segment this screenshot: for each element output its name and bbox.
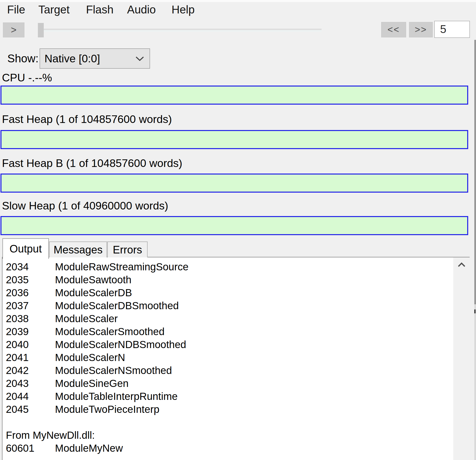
play-icon: > <box>11 24 16 35</box>
menu-item[interactable]: Audio <box>127 3 156 16</box>
log-line: 2045 ModuleTwoPieceInterp <box>6 403 453 416</box>
step-forward-button[interactable]: >> <box>409 22 433 37</box>
log-line-text: ModuleScalerNSmoothed <box>55 364 172 377</box>
meter-bar <box>0 130 468 149</box>
log-line: 2041 ModuleScalerN <box>6 351 453 364</box>
double-chevron-left-icon: << <box>388 24 400 35</box>
log-line: From MyNewDll.dll: <box>6 429 453 442</box>
chevron-up-icon <box>458 262 465 268</box>
tab[interactable]: Errors <box>107 241 148 257</box>
menu-bar: File Target Flash Audio Help <box>0 3 476 16</box>
meter-label: Slow Heap (1 of 40960000 words) <box>2 199 168 212</box>
log-line <box>6 416 453 429</box>
log-line-id: 2043 <box>6 377 55 390</box>
log-line-text: ModuleSineGen <box>55 377 129 390</box>
show-selected-value: Native [0:0] <box>44 52 100 65</box>
log-line-id: 2042 <box>6 364 55 377</box>
log-line-text: ModuleSawtooth <box>55 273 131 286</box>
position-slider-track[interactable] <box>41 29 322 32</box>
log-line-text: ModuleScalerDB <box>55 286 132 299</box>
log-line-text: ModuleTwoPieceInterp <box>55 403 159 416</box>
log-line-id: 2045 <box>6 403 55 416</box>
log-line-text: ModuleScaler <box>55 312 118 325</box>
meter-label: Fast Heap B (1 of 104857600 words) <box>2 157 182 170</box>
log-line-id: From MyNewDll.dll: <box>6 429 55 442</box>
meter-label: Fast Heap (1 of 104857600 words) <box>2 113 172 126</box>
log-line-text: ModuleRawStreamingSource <box>55 260 188 273</box>
log-line: 2044 ModuleTableInterpRuntime <box>6 390 453 403</box>
tab[interactable]: Messages <box>49 241 107 257</box>
log-line-id: 60601 <box>6 442 55 455</box>
log-line: 2034 ModuleRawStreamingSource <box>6 260 453 273</box>
log-line: 2038 ModuleScaler <box>6 312 453 325</box>
log-line-id: 2035 <box>6 273 55 286</box>
log-line-text: ModuleScalerSmoothed <box>55 325 164 338</box>
log-line-id: 2037 <box>6 299 55 312</box>
step-count-input[interactable] <box>434 21 470 38</box>
log-line-id: 2036 <box>6 286 55 299</box>
log-line-text: ModuleScalerDBSmoothed <box>55 299 179 312</box>
window-scrollbar[interactable] <box>474 40 476 460</box>
meter-bar <box>0 216 468 235</box>
position-slider-thumb[interactable] <box>38 23 44 37</box>
double-chevron-right-icon: >> <box>415 24 427 35</box>
scroll-up-button[interactable] <box>453 258 470 273</box>
chevron-down-icon <box>135 56 144 62</box>
window-scrollbar-thumb[interactable] <box>474 40 476 304</box>
output-scrollbar[interactable] <box>453 257 470 460</box>
log-line-id: 2039 <box>6 325 55 338</box>
output-panel: 2034 ModuleRawStreamingSource 2035 Modul… <box>2 257 470 460</box>
log-line: 2040 ModuleScalerNDBSmoothed <box>6 338 453 351</box>
show-select[interactable]: Native [0:0] <box>40 48 150 69</box>
log-line-id: 2034 <box>6 260 55 273</box>
log-line: 2043 ModuleSineGen <box>6 377 453 390</box>
log-line: 2042 ModuleScalerNSmoothed <box>6 364 453 377</box>
log-line: 2039 ModuleScalerSmoothed <box>6 325 453 338</box>
log-line-text: ModuleScalerN <box>55 351 125 364</box>
step-back-button[interactable]: << <box>381 22 406 37</box>
tab[interactable]: Output <box>2 238 49 259</box>
log-line-id: 2040 <box>6 338 55 351</box>
log-line-id <box>6 416 55 429</box>
run-button[interactable]: > <box>3 22 24 37</box>
menu-item[interactable]: Help <box>172 3 195 16</box>
log-line-text: ModuleTableInterpRuntime <box>55 390 178 403</box>
show-label: Show: <box>7 52 39 65</box>
log-line-id: 2044 <box>6 390 55 403</box>
menu-item[interactable]: File <box>7 3 25 16</box>
log-line-id: 2041 <box>6 351 55 364</box>
window-scrollbar-mark <box>474 309 476 313</box>
menu-item[interactable]: Flash <box>86 3 113 16</box>
log-line-text: ModuleScalerNDBSmoothed <box>55 338 186 351</box>
log-line: 2035 ModuleSawtooth <box>6 273 453 286</box>
menu-item[interactable]: Target <box>38 3 70 16</box>
log-line: 60601 ModuleMyNew <box>6 442 453 455</box>
meter-bar <box>0 86 468 105</box>
window-top-edge <box>0 0 476 2</box>
log-line-text: ModuleMyNew <box>55 442 123 455</box>
log-line-id: 2038 <box>6 312 55 325</box>
log-line: 2036 ModuleScalerDB <box>6 286 453 299</box>
meter-bar <box>0 174 468 193</box>
meter-label: CPU -.--% <box>2 71 52 84</box>
output-log: 2034 ModuleRawStreamingSource 2035 Modul… <box>2 257 453 460</box>
log-line: 2037 ModuleScalerDBSmoothed <box>6 299 453 312</box>
